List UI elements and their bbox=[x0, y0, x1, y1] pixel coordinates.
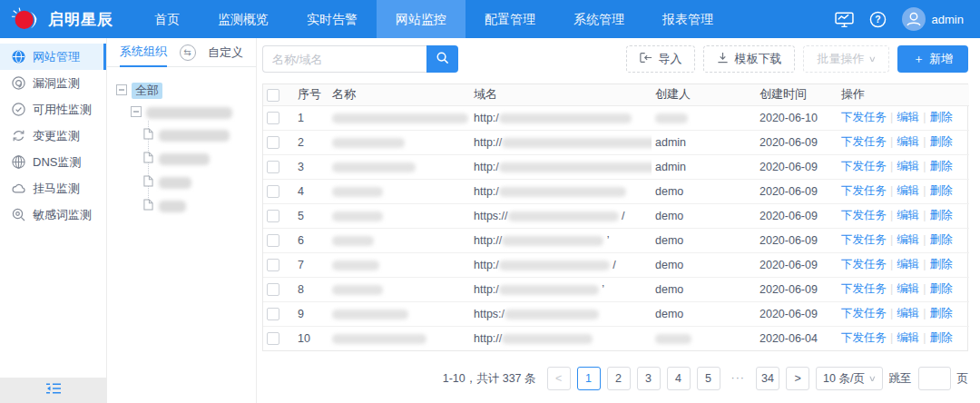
page-size-select[interactable]: 10 条/页 ∨ bbox=[816, 367, 882, 390]
action-delete[interactable]: 删除 bbox=[930, 258, 953, 270]
row-checkbox[interactable] bbox=[267, 210, 279, 222]
collapse-sidebar-icon[interactable] bbox=[45, 382, 62, 398]
nav-item-site-monitor[interactable]: 网站监控 bbox=[377, 0, 466, 38]
page-button-page-4[interactable]: 4 bbox=[667, 367, 691, 390]
tree-leaf-node[interactable] bbox=[143, 194, 256, 218]
page-button-page-1[interactable]: 1 bbox=[577, 367, 601, 390]
help-icon[interactable]: ? bbox=[869, 11, 887, 28]
add-button[interactable]: ＋ 新增 bbox=[897, 45, 968, 73]
action-dispatch-task[interactable]: 下发任务 bbox=[841, 111, 887, 123]
action-dispatch-task[interactable]: 下发任务 bbox=[841, 307, 887, 319]
action-delete[interactable]: 删除 bbox=[930, 184, 953, 197]
tree-leaf-node[interactable] bbox=[143, 123, 256, 147]
template-download-button[interactable]: 模板下载 bbox=[703, 45, 795, 73]
sidebar-item-site-mgmt[interactable]: 网站管理 bbox=[0, 44, 106, 70]
action-edit[interactable]: 编辑 bbox=[897, 331, 919, 344]
brand-logo[interactable]: 启明星辰 bbox=[0, 6, 122, 32]
action-delete[interactable]: 删除 bbox=[930, 111, 953, 123]
masked-creator bbox=[655, 113, 688, 123]
tree-root-node[interactable]: 全部 bbox=[116, 80, 256, 102]
action-dispatch-task[interactable]: 下发任务 bbox=[841, 184, 887, 197]
action-delete[interactable]: 删除 bbox=[930, 209, 953, 221]
sidebar-item-trojan-monitor[interactable]: 挂马监测 bbox=[0, 175, 106, 202]
action-delete[interactable]: 删除 bbox=[930, 331, 953, 344]
action-delete[interactable]: 删除 bbox=[930, 233, 953, 246]
page-button-next[interactable]: > bbox=[786, 367, 809, 390]
tree-leaf-node[interactable] bbox=[143, 171, 256, 194]
page-button-page-5[interactable]: 5 bbox=[697, 367, 720, 390]
row-checkbox[interactable] bbox=[267, 185, 279, 198]
dns-icon bbox=[12, 155, 25, 169]
action-edit[interactable]: 编辑 bbox=[897, 184, 919, 197]
action-edit[interactable]: 编辑 bbox=[897, 307, 919, 319]
action-delete[interactable]: 删除 bbox=[930, 307, 953, 319]
search-button[interactable] bbox=[426, 45, 458, 73]
action-delete[interactable]: 删除 bbox=[930, 282, 953, 295]
page-button-page-34[interactable]: 34 bbox=[756, 367, 779, 390]
tree-branch-node[interactable] bbox=[131, 102, 256, 123]
sidebar-footer[interactable] bbox=[0, 378, 107, 403]
row-checkbox[interactable] bbox=[267, 259, 279, 271]
row-checkbox[interactable] bbox=[267, 332, 279, 345]
search-input[interactable] bbox=[262, 45, 426, 73]
row-checkbox[interactable] bbox=[267, 136, 279, 149]
action-dispatch-task[interactable]: 下发任务 bbox=[841, 209, 887, 221]
nav-item-realtime-alert[interactable]: 实时告警 bbox=[288, 0, 377, 38]
batch-operation-button[interactable]: 批量操作 ∨ bbox=[803, 45, 889, 73]
action-dispatch-task[interactable]: 下发任务 bbox=[841, 282, 887, 295]
tree-root-label[interactable]: 全部 bbox=[132, 83, 162, 99]
page-button-page-3[interactable]: 3 bbox=[637, 367, 661, 390]
tab-system-org[interactable]: 系统组织 bbox=[120, 38, 167, 67]
row-checkbox[interactable] bbox=[267, 234, 279, 247]
action-dispatch-task[interactable]: 下发任务 bbox=[841, 331, 887, 344]
page-button-prev[interactable]: < bbox=[547, 367, 571, 390]
nav-item-system-mgmt[interactable]: 系统管理 bbox=[554, 0, 643, 38]
action-delete[interactable]: 删除 bbox=[930, 160, 953, 172]
swap-tabs-icon[interactable]: ⇆ bbox=[180, 44, 196, 61]
sidebar-item-label: DNS监测 bbox=[33, 154, 81, 171]
select-all-checkbox[interactable] bbox=[267, 89, 279, 102]
masked-name bbox=[332, 113, 468, 123]
user-menu[interactable]: admin bbox=[902, 7, 964, 31]
masked-name bbox=[332, 138, 405, 148]
sidebar-item-dns-monitor[interactable]: DNS监测 bbox=[0, 149, 106, 175]
import-button[interactable]: 导入 bbox=[626, 45, 695, 73]
action-edit[interactable]: 编辑 bbox=[897, 160, 919, 172]
jump-page-input[interactable] bbox=[918, 367, 951, 390]
collapse-node-icon[interactable] bbox=[116, 84, 127, 98]
sidebar-item-change-monitor[interactable]: 变更监测 bbox=[0, 123, 106, 149]
action-edit[interactable]: 编辑 bbox=[897, 258, 919, 270]
nav-item-config-mgmt[interactable]: 配置管理 bbox=[466, 0, 554, 38]
collapse-node-icon[interactable] bbox=[131, 106, 142, 120]
row-checkbox[interactable] bbox=[267, 283, 279, 296]
action-edit[interactable]: 编辑 bbox=[897, 111, 919, 123]
action-edit[interactable]: 编辑 bbox=[897, 209, 919, 221]
sidebar-item-availability-monitor[interactable]: 可用性监测 bbox=[0, 96, 106, 123]
chevron-down-icon: ∨ bbox=[868, 54, 877, 64]
sidebar-item-label: 漏洞监测 bbox=[33, 75, 80, 92]
row-checkbox[interactable] bbox=[267, 161, 279, 173]
page-button-page-2[interactable]: 2 bbox=[607, 367, 631, 390]
nav-item-home[interactable]: 首页 bbox=[135, 0, 199, 38]
row-checkbox[interactable] bbox=[267, 308, 279, 320]
change-icon bbox=[12, 129, 25, 143]
action-edit[interactable]: 编辑 bbox=[897, 233, 919, 246]
cell-checkbox bbox=[263, 179, 294, 203]
action-delete[interactable]: 删除 bbox=[930, 135, 953, 148]
sidebar-item-keyword-monitor[interactable]: 敏感词监测 bbox=[0, 202, 106, 228]
action-dispatch-task[interactable]: 下发任务 bbox=[841, 135, 887, 148]
screen-monitor-icon[interactable] bbox=[835, 11, 854, 28]
row-checkbox[interactable] bbox=[267, 112, 279, 124]
action-dispatch-task[interactable]: 下发任务 bbox=[841, 233, 887, 246]
domain-prefix: http:// bbox=[474, 234, 502, 247]
tab-custom[interactable]: 自定义 bbox=[208, 44, 243, 61]
action-edit[interactable]: 编辑 bbox=[897, 135, 919, 148]
tree-leaf-node[interactable] bbox=[143, 147, 256, 171]
action-edit[interactable]: 编辑 bbox=[897, 282, 919, 295]
page-button-more-pages[interactable]: ··· bbox=[727, 367, 750, 390]
nav-item-report-mgmt[interactable]: 报表管理 bbox=[643, 0, 732, 38]
sidebar-item-vuln-monitor[interactable]: 漏洞监测 bbox=[0, 70, 106, 96]
action-dispatch-task[interactable]: 下发任务 bbox=[841, 160, 887, 172]
action-dispatch-task[interactable]: 下发任务 bbox=[841, 258, 887, 270]
nav-item-monitor-overview[interactable]: 监测概览 bbox=[199, 0, 288, 38]
